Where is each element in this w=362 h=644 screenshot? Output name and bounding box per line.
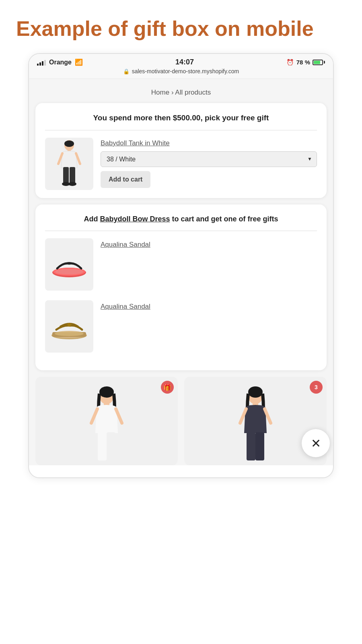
gift-badge-1: 🎁 xyxy=(161,381,174,394)
svg-rect-24 xyxy=(255,432,264,460)
gift-box-icon: 🎁 xyxy=(163,384,171,391)
free-gifts-title-end: to cart and get one of free gifts xyxy=(170,215,278,223)
free-gifts-title-start: Add xyxy=(84,215,100,223)
product-name: Babydoll Tank in White xyxy=(101,139,317,147)
alarm-icon: ⏰ xyxy=(286,59,294,66)
svg-rect-4 xyxy=(70,167,75,183)
product-info: Babydoll Tank in White 38 / White Add to… xyxy=(101,138,317,188)
signal-bars-icon xyxy=(37,59,46,66)
status-time: 14:07 xyxy=(175,58,194,66)
free-gifts-section: Add Babydoll Bow Dress to cart and get o… xyxy=(35,204,327,370)
carrier-label: Orange xyxy=(49,59,72,66)
status-bar: Orange 📶 14:07 ⏰ 78 % 🔒 sales-motivator-… xyxy=(29,54,333,79)
svg-rect-3 xyxy=(63,167,69,183)
browser-content: Home › All products You spend more then … xyxy=(29,79,333,465)
close-button[interactable]: ✕ xyxy=(302,429,330,457)
url-bar[interactable]: 🔒 sales-motivator-demo-store.myshopify.c… xyxy=(37,67,325,76)
badge-number: 3 xyxy=(315,384,318,390)
lock-icon: 🔒 xyxy=(123,68,130,74)
svg-rect-23 xyxy=(247,432,255,460)
phone-frame: Orange 📶 14:07 ⏰ 78 % 🔒 sales-motivator-… xyxy=(28,53,334,478)
sandal-name-2: Aqualina Sandal xyxy=(101,303,150,311)
wifi-icon: 📶 xyxy=(75,58,83,66)
sandal-info-1: Aqualina Sandal xyxy=(101,238,150,249)
svg-point-6 xyxy=(68,182,76,186)
svg-point-21 xyxy=(248,386,263,398)
bottom-product-card-1[interactable]: 🎁 xyxy=(35,377,178,465)
status-right: ⏰ 78 % xyxy=(286,59,325,66)
free-gifts-card: Add Babydoll Bow Dress to cart and get o… xyxy=(35,204,327,370)
breadcrumb-current[interactable]: All products xyxy=(175,89,211,96)
battery-icon xyxy=(313,60,325,65)
product-image xyxy=(45,138,93,190)
gift-section: You spend more then $500.00, pick your f… xyxy=(35,103,327,198)
svg-rect-19 xyxy=(107,432,115,460)
svg-point-14 xyxy=(55,331,84,336)
variant-select[interactable]: 38 / White xyxy=(101,151,317,167)
svg-point-13 xyxy=(68,323,71,326)
sandal-gold-svg xyxy=(49,310,89,343)
svg-point-9 xyxy=(55,269,83,275)
svg-point-1 xyxy=(64,140,74,147)
num-badge-2: 3 xyxy=(310,381,323,394)
free-gifts-title: Add Babydoll Bow Dress to cart and get o… xyxy=(45,214,317,231)
free-gifts-title-link[interactable]: Babydoll Bow Dress xyxy=(100,215,170,223)
sandal-name-1: Aqualina Sandal xyxy=(101,241,150,249)
svg-rect-18 xyxy=(98,432,107,460)
spend-gift-card: You spend more then $500.00, pick your f… xyxy=(35,103,327,198)
status-left: Orange 📶 xyxy=(37,58,83,66)
add-to-cart-button[interactable]: Add to cart xyxy=(101,171,150,188)
bottom-person-1-svg xyxy=(78,385,135,465)
svg-point-16 xyxy=(99,386,114,398)
battery-percent: 78 % xyxy=(296,59,310,66)
sandal-item-2: Aqualina Sandal xyxy=(45,300,317,353)
breadcrumb-separator: › xyxy=(171,89,174,96)
product-row: Babydoll Tank in White 38 / White Add to… xyxy=(45,138,317,190)
sandal-image-2 xyxy=(45,300,93,353)
page-title-area: Example of gift box on mobile xyxy=(0,0,362,53)
page-title: Example of gift box on mobile xyxy=(16,16,346,41)
bottom-person-2-svg xyxy=(227,385,284,465)
variant-select-wrapper[interactable]: 38 / White xyxy=(101,151,317,167)
sandal-info-2: Aqualina Sandal xyxy=(101,300,150,311)
bottom-products-row: 🎁 xyxy=(35,377,327,465)
sandal-red-svg xyxy=(49,248,89,281)
sandal-item-1: Aqualina Sandal xyxy=(45,238,317,291)
gift-title: You spend more then $500.00, pick your f… xyxy=(45,113,317,130)
url-text: sales-motivator-demo-store.myshopify.com xyxy=(132,68,239,74)
sandal-image-1 xyxy=(45,238,93,291)
product-figure-svg xyxy=(51,140,87,188)
breadcrumb: Home › All products xyxy=(29,79,333,103)
breadcrumb-home[interactable]: Home xyxy=(151,89,169,96)
